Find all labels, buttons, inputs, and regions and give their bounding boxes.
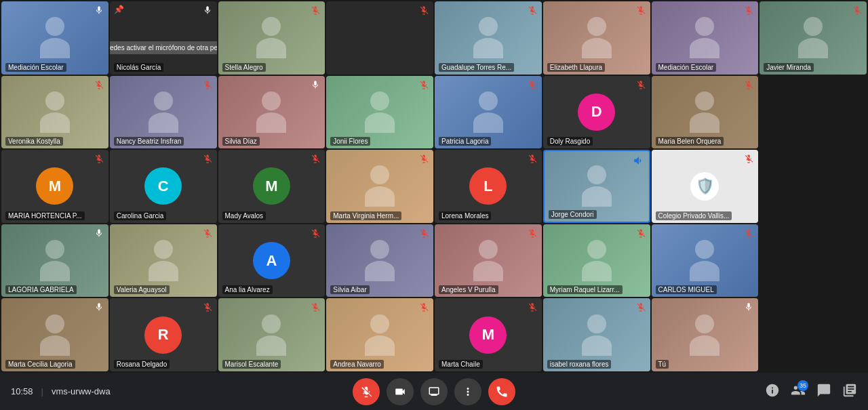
people-button[interactable]: 35 — [791, 383, 806, 401]
mic-on-icon — [310, 79, 321, 90]
tile-23[interactable]: 🛡️Colegio Privado Vallis... — [652, 150, 759, 223]
tile-33[interactable]: Marta Cecilia Lagoria — [1, 298, 108, 371]
tile-22[interactable]: Jorge Condori — [543, 150, 650, 223]
mic-off-icon — [418, 5, 429, 16]
tile-9[interactable]: Veronika Kostylla — [1, 76, 108, 149]
tile-29[interactable]: Angeles V Purulla — [435, 224, 542, 298]
mic-off-icon — [202, 302, 213, 312]
tile-15[interactable]: Maria Belen Orquera — [652, 76, 759, 149]
speaking-indicator — [633, 155, 645, 170]
end-call-button[interactable] — [488, 378, 515, 405]
avatar: C — [144, 167, 182, 205]
tile-25[interactable]: LAGORIA GABRIELA — [1, 224, 108, 298]
tile-38[interactable]: isabel roxana flores — [543, 298, 650, 371]
participant-name: Nancy Beatriz Insfran — [114, 137, 184, 146]
tile-11[interactable]: Silvia Díaz — [218, 76, 326, 149]
chat-button[interactable] — [816, 383, 831, 401]
mic-off-icon — [743, 79, 754, 90]
avatar: L — [469, 167, 507, 205]
participant-name: Jorge Condori — [549, 210, 597, 219]
participant-name: Guadalupe Torres Re... — [439, 63, 514, 72]
toolbar: 10:58 | vms-urww-dwa — [0, 373, 868, 410]
tile-20[interactable]: Marta Virginia Herm... — [326, 150, 433, 223]
mic-off-icon — [527, 302, 538, 312]
tile-3[interactable]: Stella Alegro — [218, 1, 326, 75]
tile-34[interactable]: RRosana Delgado — [110, 298, 217, 371]
tile-4[interactable] — [326, 1, 433, 75]
tile-14[interactable]: DDoly Rasgido — [543, 76, 650, 149]
mic-off-icon — [202, 79, 213, 90]
participant-name: Silvia Díaz — [222, 137, 260, 146]
mic-off-icon — [310, 302, 321, 312]
mic-on-icon — [94, 228, 104, 239]
tile-39[interactable]: Tú — [652, 298, 759, 371]
mic-on-icon — [94, 302, 104, 312]
activities-button[interactable] — [842, 383, 857, 401]
participant-name: Marta Cecilia Lagoria — [5, 360, 75, 369]
more-button[interactable] — [454, 378, 481, 405]
mic-button[interactable] — [353, 378, 380, 405]
camera-button[interactable] — [387, 378, 414, 405]
present-button[interactable] — [420, 378, 448, 405]
mic-off-icon — [635, 5, 646, 16]
tile-32[interactable] — [760, 224, 867, 298]
tile-19[interactable]: MMady Avalos — [218, 150, 326, 223]
tile-30[interactable]: Myriam Raquel Lizarr... — [543, 224, 650, 298]
toolbar-left: 10:58 | vms-urww-dwa — [11, 386, 111, 396]
mic-off-icon — [310, 5, 321, 16]
logo: 🛡️ — [690, 172, 719, 201]
participant-name: Nicolás García — [114, 63, 164, 72]
participant-name: Myriam Raquel Lizarr... — [547, 285, 623, 294]
mic-off-icon — [527, 5, 538, 16]
participant-name: Rosana Delgado — [114, 360, 170, 369]
tile-26[interactable]: Valeria Aguaysol — [110, 224, 217, 298]
participant-name: Stella Alegro — [222, 63, 266, 72]
participant-name: Javier Miranda — [764, 63, 814, 72]
participant-name: Colegio Privado Vallis... — [656, 211, 732, 220]
tile-7[interactable]: Mediación Escolar — [652, 1, 759, 75]
participant-name: Doly Rasgido — [547, 137, 593, 146]
info-button[interactable] — [765, 383, 780, 401]
avatar: M — [253, 167, 290, 205]
tile-40[interactable] — [760, 298, 867, 371]
participant-name: isabel roxana flores — [547, 360, 612, 369]
tile-21[interactable]: LLorena Morales — [435, 150, 542, 223]
tile-24[interactable] — [760, 150, 867, 223]
participant-name: Carolina Garcia — [114, 211, 166, 220]
tile-31[interactable]: CARLOS MIGUEL — [652, 224, 759, 298]
mic-off-icon — [743, 228, 754, 239]
tile-17[interactable]: MMARIA HORTENCIA P... — [1, 150, 108, 223]
tooltip: No puedes activar el micrófono de otra p… — [110, 41, 217, 54]
tile-13[interactable]: Patricia Lagoria — [435, 76, 542, 149]
avatar: R — [144, 316, 182, 354]
participant-name: Jonii Flores — [330, 137, 370, 146]
meeting-code: vms-urww-dwa — [52, 386, 111, 396]
toolbar-right: 35 — [765, 383, 857, 401]
mic-off-icon — [743, 153, 754, 164]
tile-35[interactable]: Marisol Escalante — [218, 298, 326, 371]
tile-10[interactable]: Nancy Beatriz Insfran — [110, 76, 217, 149]
people-count-badge: 35 — [797, 380, 808, 391]
tile-1[interactable]: Mediación Escolar — [1, 1, 108, 75]
participant-name: Patricia Lagoria — [439, 137, 491, 146]
tile-18[interactable]: CCarolina Garcia — [110, 150, 217, 223]
tile-2[interactable]: No puedes activar el micrófono de otra p… — [110, 1, 217, 75]
avatar: M — [36, 167, 73, 205]
tile-12[interactable]: Jonii Flores — [326, 76, 433, 149]
tile-6[interactable]: Elizabeth Llapura — [543, 1, 650, 75]
pin-icon: 📌 — [114, 5, 124, 14]
tile-16[interactable] — [760, 76, 867, 149]
participant-name: Maria Belen Orquera — [656, 137, 724, 146]
tile-36[interactable]: Andrea Navarro — [326, 298, 433, 371]
meeting-time: 10:58 — [11, 386, 33, 396]
participant-name: Elizabeth Llapura — [547, 63, 605, 72]
tile-8[interactable]: Javier Miranda — [760, 1, 867, 75]
tile-28[interactable]: Silvia Aibar — [326, 224, 433, 298]
mic-off-icon — [310, 228, 321, 239]
tile-37[interactable]: MMarta Chaile — [435, 298, 542, 371]
tile-5[interactable]: Guadalupe Torres Re... — [435, 1, 542, 75]
tile-27[interactable]: AAna lia Alvarez — [218, 224, 326, 298]
mic-off-icon — [418, 228, 429, 239]
mic-off-icon — [418, 302, 429, 312]
avatar: D — [578, 94, 615, 131]
